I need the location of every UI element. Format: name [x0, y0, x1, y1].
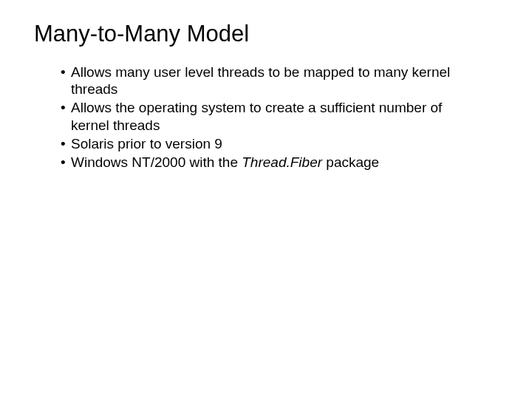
bullet-text: Solaris prior to version 9: [71, 136, 222, 151]
list-item: Allows the operating system to create a …: [61, 99, 474, 133]
list-item: Windows NT/2000 with the Thread.Fiber pa…: [61, 154, 474, 171]
slide-body: Allows many user level threads to be map…: [34, 64, 474, 171]
bullet-text: Allows many user level threads to be map…: [71, 64, 450, 97]
bullet-list: Allows many user level threads to be map…: [61, 64, 474, 171]
slide: Many-to-Many Model Allows many user leve…: [0, 0, 532, 399]
bullet-text-suffix: package: [322, 154, 379, 170]
list-item: Allows many user level threads to be map…: [61, 64, 474, 98]
bullet-text-prefix: Windows NT/2000 with the: [71, 154, 242, 170]
list-item: Solaris prior to version 9: [61, 135, 474, 152]
bullet-text-italic: Thread.Fiber: [242, 154, 322, 170]
bullet-text: Allows the operating system to create a …: [71, 100, 442, 132]
slide-title: Many-to-Many Model: [34, 21, 498, 47]
